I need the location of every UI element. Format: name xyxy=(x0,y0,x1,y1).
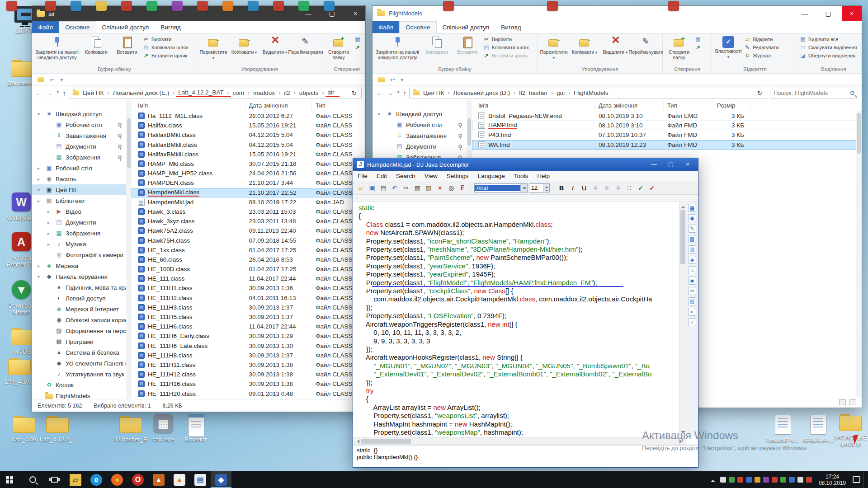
sidebar-item[interactable]: Зображення xyxy=(32,152,126,163)
sidebar-item[interactable]: Устаткування та звук xyxy=(32,369,126,380)
breadcrumb-segment[interactable]: air xyxy=(326,89,340,97)
desktop-icon[interactable]: Il2 hasher_E xyxy=(113,414,148,443)
sidebar-item[interactable]: ▸ Музика xyxy=(32,239,126,249)
side-tool-button[interactable]: ◈ xyxy=(688,256,696,264)
toolbar-button[interactable]: ≡ xyxy=(613,183,623,193)
file-row[interactable]: Bristol_Pegasus-NEW.emd 08.10.2019 3:10 … xyxy=(472,111,862,121)
tray-expand-chevron[interactable] xyxy=(711,478,715,482)
rename-button[interactable]: Перейменувати xyxy=(631,34,661,56)
sidebar-item[interactable]: ▸ Документи xyxy=(32,217,126,228)
sidebar-item[interactable]: FlightModels xyxy=(32,390,126,399)
file-row[interactable]: HE_111H1.class 30.09.2013 1:36 Файл CLAS… xyxy=(132,283,365,293)
tray-icon[interactable] xyxy=(789,477,795,483)
side-tool-button[interactable]: ▥ xyxy=(688,245,696,253)
ribbon-tab[interactable]: Файл xyxy=(373,21,399,33)
ribbon-tab[interactable]: Файл xyxy=(32,21,59,33)
sidebar-item[interactable]: ▾ Швидкий доступ xyxy=(373,108,467,119)
sidebar-item[interactable]: ▸ Бібліотеки xyxy=(32,195,126,206)
toolbar-button[interactable]: ✓ xyxy=(636,183,646,193)
menu-item[interactable]: Search xyxy=(392,173,420,179)
column-header[interactable]: Розмір xyxy=(713,100,750,111)
member-line[interactable]: static {} xyxy=(357,447,694,454)
sidebar-item[interactable]: Завантаження xyxy=(32,130,126,141)
expand-chevron-icon[interactable]: ▸ xyxy=(38,198,42,203)
side-tool-button[interactable]: ✎ xyxy=(688,225,696,233)
delete-button[interactable]: Видалити xyxy=(600,34,630,56)
toolbar-button[interactable]: × xyxy=(435,183,445,193)
file-row[interactable]: HE_1xx.class 01.04.2017 17:25 Файл CLASS xyxy=(132,245,365,255)
tray-icon[interactable] xyxy=(729,477,735,483)
side-tool-button[interactable]: ✓ xyxy=(688,318,696,326)
expand-chevron-icon[interactable]: ▸ xyxy=(47,209,52,214)
breadcrumb-segment[interactable]: Цей ПК xyxy=(421,89,451,97)
file-row[interactable]: Hawk75H.class 07.09.2018 14:55 Файл CLAS… xyxy=(132,235,365,245)
file-row[interactable]: Hawk_3xyz.class 23.03.2011 13:48 Файл CL… xyxy=(132,216,365,226)
breadcrumb-segment[interactable]: Il2_hasher xyxy=(517,89,555,97)
column-header[interactable]: Ім'я xyxy=(472,100,595,111)
sidebar-item[interactable]: Облікові записи користува xyxy=(32,314,126,325)
side-tool-button[interactable]: ✂ xyxy=(688,287,696,295)
taskbar-app-icon[interactable]: ▲ xyxy=(148,471,169,488)
close-button[interactable]: × xyxy=(842,6,862,21)
paste-button[interactable]: Вставити xyxy=(453,34,482,56)
desktop-icon[interactable]: Lab_4.09 xyxy=(6,414,42,443)
background-app-icon[interactable] xyxy=(273,1,284,11)
close-button[interactable]: × xyxy=(345,6,365,21)
rename-button[interactable]: Перейменувати xyxy=(291,34,321,56)
breadcrumb-segment[interactable]: maddox xyxy=(251,89,282,97)
paste-shortcut-button[interactable]: Вставити ярлик xyxy=(483,52,536,59)
open-button[interactable]: Відкрити xyxy=(744,36,797,42)
toolbar-button[interactable]: ↶ xyxy=(390,183,400,193)
taskbar-app-icon[interactable]: ▲ xyxy=(169,471,190,488)
desktop-icon[interactable]: Блокнот xyxy=(178,414,213,443)
expand-chevron-icon[interactable]: ▸ xyxy=(47,231,52,236)
easy-access-button[interactable] xyxy=(354,44,365,51)
refresh-button[interactable]: ↻ xyxy=(755,89,764,97)
search-button[interactable] xyxy=(22,471,43,488)
task-view-button[interactable] xyxy=(43,471,65,488)
background-app-icon[interactable] xyxy=(298,1,309,11)
sidebar-item[interactable]: Легкий доступ xyxy=(32,293,126,304)
menu-item[interactable]: Tools xyxy=(509,173,533,179)
sidebar-item[interactable]: ▾ Цей ПК xyxy=(32,184,126,195)
maximize-button[interactable]: ▢ xyxy=(818,6,838,21)
sidebar-item[interactable]: Оформлення та персонал xyxy=(32,325,126,336)
select-all-button[interactable]: Виділити все xyxy=(800,36,862,42)
new-item-button[interactable] xyxy=(695,36,710,42)
background-app-icon[interactable] xyxy=(248,1,259,11)
sidebar-item[interactable]: Фотографії з камери xyxy=(32,249,126,260)
member-line[interactable]: public HampdenMkl() {} xyxy=(357,454,694,460)
code-editor[interactable]: static { Class class1 = com.maddox.il2.o… xyxy=(353,202,698,437)
background-app-icon[interactable] xyxy=(45,1,56,11)
toolbar-button[interactable]: ≡ xyxy=(602,183,612,193)
expand-chevron-icon[interactable]: ▸ xyxy=(47,220,52,225)
spinner-icon[interactable] xyxy=(543,184,549,192)
breadcrumb-segment[interactable]: com xyxy=(231,89,252,97)
file-row[interactable]: HAMPDEN.class 21.10.2017 3:44 Файл CLASS xyxy=(132,178,365,188)
tray-icon[interactable] xyxy=(746,477,752,483)
column-header[interactable]: Дата змінення xyxy=(595,100,664,111)
taskbar-app-icon[interactable]: ▱ xyxy=(65,471,86,488)
menu-item[interactable]: Edit xyxy=(372,173,392,179)
background-app-icon[interactable] xyxy=(96,1,107,11)
desktop-icon[interactable]: ViewlMF-V... xyxy=(765,415,800,444)
move-to-button[interactable]: Перемістити xyxy=(198,34,228,62)
column-header[interactable]: Дата змінення xyxy=(245,100,312,111)
title-bar[interactable]: J HampdenMkl.jad - DJ Java Decompiler — … xyxy=(353,158,698,171)
background-app-icon[interactable] xyxy=(197,1,208,11)
delete-button[interactable]: Видалити xyxy=(260,34,290,56)
side-tool-button[interactable]: ▨ xyxy=(688,297,696,305)
expand-chevron-icon[interactable]: ▸ xyxy=(38,263,42,268)
tray-icon[interactable] xyxy=(780,477,786,483)
minimize-button[interactable]: — xyxy=(795,6,815,21)
search-input[interactable]: Пошук: FlightModels xyxy=(770,88,858,99)
toolbar-button[interactable]: B xyxy=(557,183,566,193)
file-row[interactable]: HE_111H3.class 30.09.2013 1:37 Файл CLAS… xyxy=(132,303,365,312)
horizontal-scrollbar[interactable] xyxy=(353,437,686,445)
undo-button[interactable]: ↩ xyxy=(390,76,395,83)
tray-icon[interactable] xyxy=(755,477,760,483)
file-row[interactable]: HampdenMkl.jad 08.10.2019 17:22 Файл JAD xyxy=(132,197,365,207)
sidebar-item[interactable]: Мережа й Інтернет xyxy=(32,304,126,314)
expand-chevron-icon[interactable]: ▾ xyxy=(38,112,42,117)
toolbar-button[interactable]: ✂ xyxy=(401,183,411,193)
